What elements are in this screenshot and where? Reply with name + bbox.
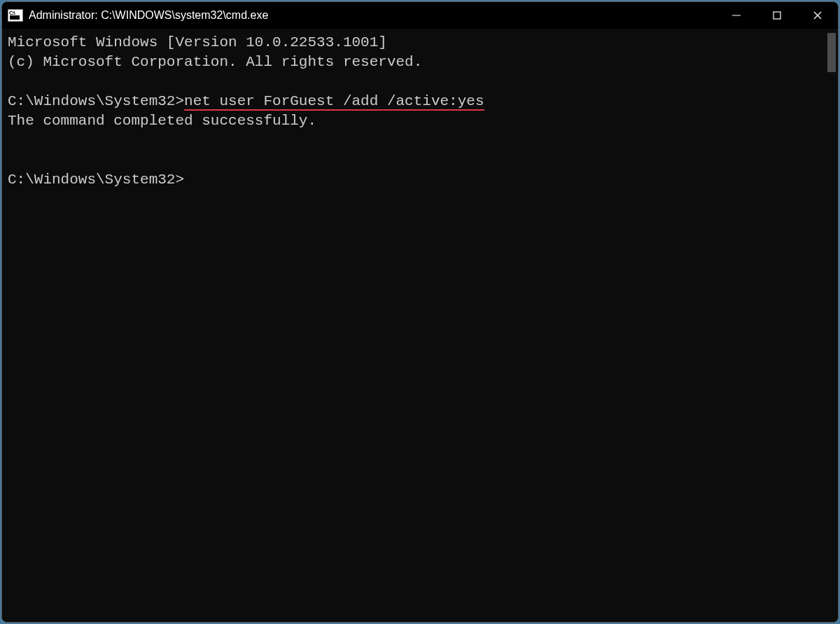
scrollbar-track[interactable]	[825, 29, 838, 622]
result-line: The command completed successfully.	[8, 111, 832, 131]
command-line-1: C:\Windows\System32>net user ForGuest /a…	[8, 92, 832, 111]
prompt-text: C:\Windows\System32>	[8, 93, 184, 109]
maximize-icon	[772, 11, 782, 20]
prompt-text: C:\Windows\System32>	[8, 172, 184, 188]
blank-line	[8, 151, 832, 170]
scrollbar-thumb[interactable]	[827, 33, 836, 72]
close-icon	[813, 11, 822, 20]
blank-line	[8, 72, 832, 92]
minimize-icon	[732, 11, 741, 20]
window-controls	[716, 2, 838, 29]
svg-rect-1	[774, 12, 780, 19]
titlebar[interactable]: Administrator: C:\WINDOWS\system32\cmd.e…	[2, 2, 838, 29]
terminal-body[interactable]: Microsoft Windows [Version 10.0.22533.10…	[2, 29, 838, 622]
close-button[interactable]	[797, 2, 838, 29]
version-line: Microsoft Windows [Version 10.0.22533.10…	[8, 33, 832, 53]
maximize-button[interactable]	[757, 2, 797, 29]
command-line-2: C:\Windows\System32>	[8, 170, 832, 190]
cmd-window: Administrator: C:\WINDOWS\system32\cmd.e…	[1, 1, 839, 623]
blank-line	[8, 131, 832, 151]
copyright-line: (c) Microsoft Corporation. All rights re…	[8, 53, 832, 72]
typed-command: net user ForGuest /add /active:yes	[184, 93, 484, 111]
minimize-button[interactable]	[716, 2, 757, 29]
window-title: Administrator: C:\WINDOWS\system32\cmd.e…	[29, 9, 716, 22]
cmd-icon	[8, 9, 23, 22]
